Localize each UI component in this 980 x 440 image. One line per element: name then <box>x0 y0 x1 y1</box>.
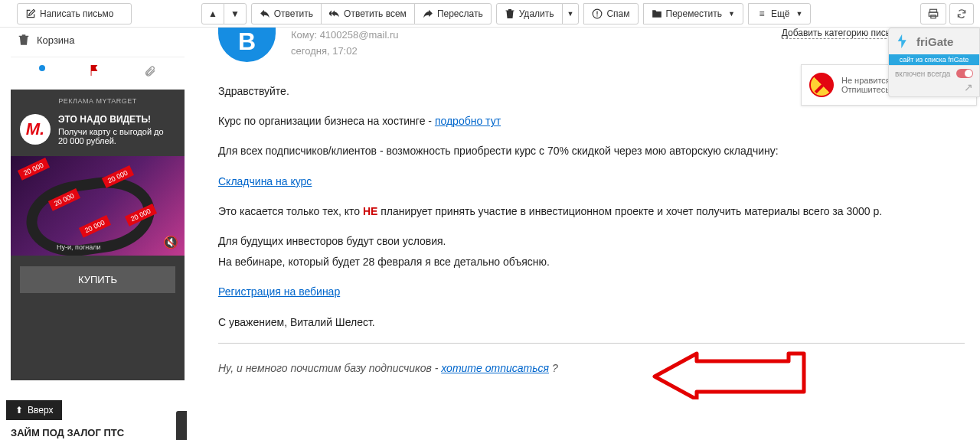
ad-label: РЕКЛАМА MYTARGET <box>11 90 185 109</box>
forward-icon <box>423 8 433 19</box>
nav-buttons: ▲ ▼ <box>201 3 247 24</box>
promo-image-fragment <box>176 411 187 440</box>
frigate-title: friGate <box>916 35 953 48</box>
reply-all-icon <box>329 8 340 19</box>
compose-label: Написать письмо <box>40 8 113 19</box>
email-meta: Кому: 4100258@mail.ru сегодня, 17:02 <box>291 28 398 60</box>
caret-up-icon: ▲ <box>208 8 217 19</box>
reply-all-button[interactable]: Ответить всем <box>321 3 415 24</box>
webinar-link[interactable]: Регистрация на вебинар <box>218 285 340 298</box>
email-body: Здравствуйте. Курс по организации бизнес… <box>218 62 965 378</box>
promo-text: ЗАЙМ ПОД ЗАЛОГ ПТС <box>11 427 124 438</box>
block-icon <box>809 73 834 97</box>
refresh-icon <box>956 8 967 19</box>
caret-down-icon: ▼ <box>567 10 574 18</box>
forward-button[interactable]: Переслать <box>414 3 492 24</box>
spam-button[interactable]: Спам <box>583 3 638 24</box>
frigate-toggle[interactable] <box>956 69 973 78</box>
print-icon <box>927 8 939 19</box>
details-link[interactable]: подробно тут <box>435 115 501 127</box>
move-button[interactable]: Переместить ▼ <box>643 3 743 24</box>
email-content: В Кому: 4100258@mail.ru сегодня, 17:02 Д… <box>195 28 980 404</box>
arrow-up-icon: ⬆ <box>15 405 23 416</box>
divider <box>218 343 965 344</box>
ad-text2: 20 000 рублей. <box>58 136 164 145</box>
up-button[interactable]: ▲ <box>201 3 224 24</box>
sender-avatar: В <box>218 28 276 62</box>
to-address: 4100258@mail.ru <box>320 29 399 41</box>
ad-text1: Получи карту с выгодой до <box>58 127 164 136</box>
toolbar: Написать письмо ▲ ▼ Ответить Ответить вс… <box>0 0 980 28</box>
down-button[interactable]: ▼ <box>224 3 247 24</box>
ad-logo: М. <box>20 114 51 145</box>
caret-down-icon: ▼ <box>728 10 735 18</box>
unread-filter[interactable] <box>39 65 45 71</box>
sidebar: Корзина РЕКЛАМА MYTARGET М. ЭТО НАДО ВИД… <box>0 28 195 380</box>
print-button[interactable] <box>920 3 946 24</box>
email-date: сегодня, 17:02 <box>291 44 398 60</box>
frigate-badge: сайт из списка friGate <box>889 54 979 65</box>
ad-box: РЕКЛАМА MYTARGET М. ЭТО НАДО ВИДЕТЬ! Пол… <box>11 90 185 380</box>
footer-unsubscribe-link[interactable]: хотите отписаться <box>441 362 549 374</box>
ad-image[interactable]: 20 000 20 000 20 000 20 000 20 000 Ну-и,… <box>11 156 185 256</box>
attachment-filter[interactable] <box>144 65 156 77</box>
ad-buy-button[interactable]: КУПИТЬ <box>20 266 175 293</box>
compose-button[interactable]: Написать письмо <box>17 3 132 24</box>
spam-icon <box>592 8 603 19</box>
caret-down-icon: ▼ <box>796 10 803 18</box>
caret-down-icon: ▼ <box>230 8 240 19</box>
svg-rect-2 <box>597 15 598 16</box>
folder-trash[interactable]: Корзина <box>11 28 185 52</box>
edit-icon <box>25 8 36 19</box>
annotation-arrow <box>651 346 812 399</box>
ad-title: ЭТО НАДО ВИДЕТЬ! <box>58 114 164 125</box>
frigate-status: включен всегда <box>895 70 950 78</box>
delete-dropdown[interactable]: ▼ <box>562 3 580 24</box>
trash-icon <box>505 8 515 19</box>
more-button[interactable]: ≡ Ещё ▼ <box>748 3 811 24</box>
refresh-button[interactable] <box>949 3 974 24</box>
add-category-link[interactable]: Добавить категорию письма <box>782 28 902 39</box>
course-link[interactable]: Складчина на курс <box>218 175 312 187</box>
email-header: В Кому: 4100258@mail.ru сегодня, 17:02 Д… <box>218 28 965 62</box>
folder-icon <box>652 8 662 19</box>
frigate-icon <box>895 33 912 50</box>
svg-rect-1 <box>597 11 598 15</box>
filters-row <box>11 57 185 82</box>
flag-filter[interactable] <box>90 65 99 77</box>
scroll-up-button[interactable]: ⬆ Вверх <box>6 400 62 420</box>
reply-icon <box>260 8 270 19</box>
menu-icon: ≡ <box>756 8 767 19</box>
frigate-widget: friGate сайт из списка friGate включен в… <box>888 28 980 97</box>
reply-button[interactable]: Ответить <box>251 3 322 24</box>
trash-icon <box>18 34 29 46</box>
delete-button[interactable]: Удалить <box>496 3 563 24</box>
mute-icon[interactable]: 🔇 <box>163 235 178 249</box>
frigate-collapse[interactable]: ↗ <box>889 81 979 96</box>
signature: С уважением, Виталий Шелест. <box>218 313 965 332</box>
